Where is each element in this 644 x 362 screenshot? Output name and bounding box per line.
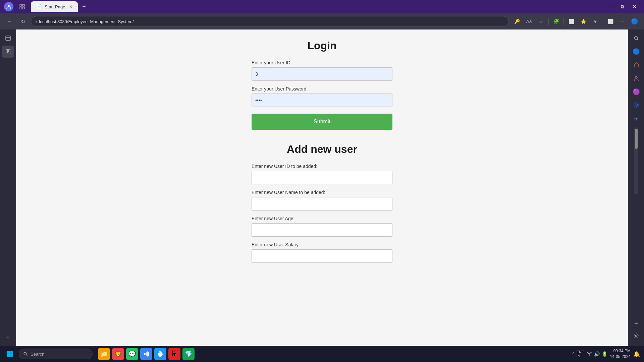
add-user-section: Add new user Enter new User ID to be add… (252, 143, 392, 268)
new-user-id-input[interactable] (252, 171, 392, 184)
taskbar-brave[interactable]: 🦁 (112, 348, 124, 360)
favorites-icon[interactable]: ☆ (536, 16, 546, 27)
new-user-salary-input[interactable] (252, 249, 392, 263)
more-icon[interactable]: ··· (617, 16, 628, 27)
taskbar-apps: 📁 🦁 💬 🗄 💎 (98, 348, 195, 360)
title-bar: 📄 Start Page ✕ + ─ ⧉ ✕ (0, 0, 644, 13)
svg-point-24 (589, 355, 590, 355)
user-id-input[interactable] (252, 67, 392, 81)
notification-icon[interactable]: 🔔 (633, 351, 640, 357)
refresh-button[interactable]: ↻ (17, 16, 28, 27)
submit-button[interactable]: Submit (252, 114, 392, 130)
tab-page-icon: 📄 (36, 4, 42, 9)
taskbar-edge[interactable] (154, 348, 166, 360)
telegram-icon[interactable]: ✈ (630, 113, 642, 125)
login-section: Login Enter your User ID: Enter your Use… (252, 40, 392, 130)
sidebar-notes-icon[interactable] (2, 46, 14, 58)
new-tab-button[interactable]: + (79, 2, 89, 11)
active-tab[interactable]: 📄 Start Page ✕ (31, 1, 78, 12)
url-text: localhost:8080/Employee_Management_Syste… (39, 19, 134, 24)
login-title: Login (252, 40, 392, 52)
scrollbar-thumb[interactable] (635, 129, 638, 149)
title-bar-controls: ─ ⧉ ✕ (605, 1, 640, 12)
feedback-icon[interactable]: ♥ (590, 16, 601, 27)
tray-chevron[interactable]: ^ (572, 351, 575, 357)
new-user-age-label: Enter new User Age: (252, 216, 392, 221)
taskbar: Search 📁 🦁 💬 🗄 (0, 346, 644, 362)
tab-title: Start Page (45, 4, 65, 9)
tray-wifi[interactable] (587, 351, 592, 357)
screenshot-icon[interactable]: ⬜ (605, 16, 616, 27)
minimize-button[interactable]: ─ (605, 1, 616, 12)
person-icon[interactable] (630, 72, 642, 84)
discord-icon[interactable]: 🟣 (630, 86, 642, 98)
extensions-icon[interactable]: 🧩 (551, 16, 561, 27)
taskbar-tray: ^ ENGIN 🔊 🔋 (572, 350, 607, 358)
new-user-name-input[interactable] (252, 197, 392, 210)
separator-1 (548, 18, 549, 25)
svg-rect-16 (7, 351, 10, 354)
tray-battery[interactable]: 🔋 (602, 351, 607, 357)
collections-nav-icon[interactable]: ⭐ (578, 16, 589, 27)
password-label: Enter your User Password: (252, 86, 392, 92)
key-icon[interactable]: 🔑 (512, 16, 522, 27)
ext-btn-wrap (630, 72, 642, 84)
svg-rect-17 (10, 351, 13, 354)
edge-icon[interactable]: 🔵 (629, 16, 640, 27)
taskbar-heidisql[interactable]: 🗄 (168, 348, 180, 360)
taskbar-search-text: Search (31, 352, 44, 357)
new-user-id-label: Enter new User ID to be added: (252, 164, 392, 169)
outlook-icon[interactable]: Ⓜ (630, 99, 642, 111)
title-bar-left (4, 1, 28, 13)
back-button[interactable]: ← (4, 16, 15, 27)
split-screen-icon[interactable]: ⬜ (566, 16, 577, 27)
sidebar-tabs-icon[interactable] (2, 32, 14, 44)
password-input[interactable] (252, 94, 392, 107)
svg-rect-2 (22, 4, 24, 6)
svg-rect-18 (7, 354, 10, 357)
tab-bar: 📄 Start Page ✕ + (31, 1, 602, 12)
taskbar-search[interactable]: Search (19, 349, 93, 359)
sidebar-add-right[interactable]: + (630, 318, 642, 330)
svg-rect-1 (20, 4, 22, 6)
taskbar-right: ^ ENGIN 🔊 🔋 09:34 PM 14-05-2024 🔔 (572, 348, 640, 360)
tab-close-btn[interactable]: ✕ (69, 4, 72, 9)
sidebar-add-button[interactable]: + (2, 331, 14, 343)
taskbar-whatsapp[interactable]: 💬 (126, 348, 138, 360)
svg-rect-4 (22, 7, 24, 9)
clock-time: 09:34 PM (610, 348, 631, 354)
tray-volume[interactable]: 🔊 (594, 351, 600, 357)
content-wrapper: + Login Enter your User ID: Enter your U… (0, 29, 644, 346)
settings-icon[interactable] (630, 330, 642, 342)
maximize-button[interactable]: ⧉ (617, 1, 628, 12)
right-sidebar: 🔵 🟣 Ⓜ ✈ (628, 29, 644, 346)
svg-rect-3 (20, 7, 22, 9)
start-button[interactable] (4, 348, 16, 360)
close-button[interactable]: ✕ (629, 1, 640, 12)
page-content: Login Enter your User ID: Enter your Use… (16, 29, 628, 346)
svg-rect-13 (634, 64, 638, 67)
user-id-label: Enter your User ID: (252, 60, 392, 65)
reader-mode-icon[interactable]: Aa (524, 16, 534, 27)
nav-bar: ← ↻ ℹ localhost:8080/Employee_Management… (0, 13, 644, 29)
new-user-age-input[interactable] (252, 223, 392, 237)
svg-point-15 (635, 335, 637, 337)
new-user-name-label: Enter new User Name to be added: (252, 190, 392, 195)
search-sidebar-icon[interactable] (630, 32, 642, 44)
briefcase-icon[interactable] (630, 59, 642, 71)
svg-point-20 (24, 352, 26, 355)
profile-avatar[interactable] (4, 2, 13, 11)
nav-actions: 🔑 Aa ☆ 🧩 ⬜ ⭐ ♥ ⬜ ··· 🔵 (512, 16, 640, 27)
scrollbar-track[interactable] (634, 127, 638, 194)
svg-point-11 (634, 37, 637, 40)
edge-sidebar-icon[interactable]: 🔵 (630, 46, 642, 58)
collections-icon[interactable] (16, 1, 28, 13)
address-bar[interactable]: ℹ localhost:8080/Employee_Management_Sys… (31, 16, 509, 27)
taskbar-fileexplorer[interactable]: 📁 (98, 348, 110, 360)
info-icon: ℹ (35, 19, 37, 24)
left-sidebar: + (0, 29, 16, 346)
taskbar-gem[interactable]: 💎 (182, 348, 195, 360)
taskbar-vscode[interactable] (140, 348, 152, 360)
taskbar-clock[interactable]: 09:34 PM 14-05-2024 (610, 348, 631, 360)
svg-rect-19 (10, 354, 13, 357)
